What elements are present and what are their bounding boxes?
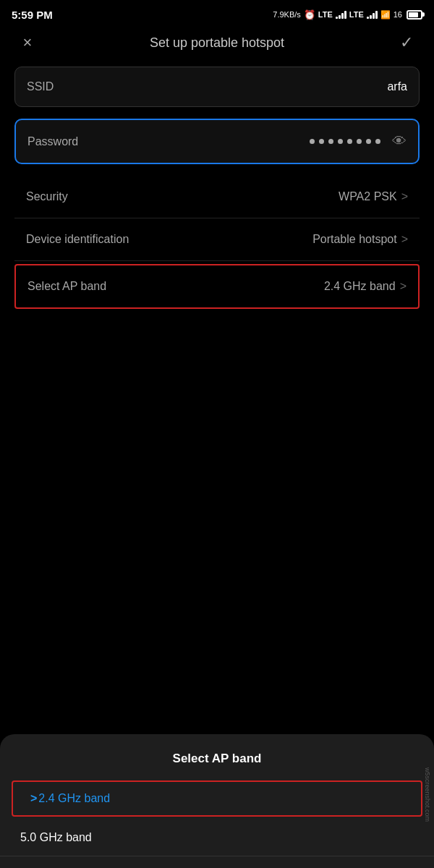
dot-6: [357, 139, 362, 144]
ssid-row[interactable]: SSID arfa: [14, 67, 420, 107]
device-id-label: Device identification: [26, 233, 129, 246]
confirm-button[interactable]: ✓: [393, 33, 420, 52]
battery-label: 16: [393, 10, 402, 19]
ap-band-chevron: >: [400, 280, 407, 293]
lte-icon-1: LTE: [318, 10, 333, 19]
bottom-sheet-title: Select AP band: [0, 752, 434, 766]
lte-icon-2: LTE: [349, 10, 364, 19]
toggle-password-icon[interactable]: 👁: [392, 133, 407, 150]
ap-band-label: Select AP band: [27, 280, 106, 293]
password-dots: 👁: [310, 133, 407, 150]
clock-icon: ⏰: [304, 9, 315, 20]
header: × Set up portable hotspot ✓: [0, 26, 434, 67]
dot-8: [375, 139, 380, 144]
device-id-chevron: >: [401, 233, 408, 246]
dot-1: [310, 139, 315, 144]
ssid-label: SSID: [27, 80, 54, 93]
band-option-2-4ghz[interactable]: 2.4 GHz band: [12, 780, 422, 817]
status-bar: 5:59 PM 7.9KB/s ⏰ LTE LTE 📶 16: [0, 0, 434, 26]
dot-4: [338, 139, 343, 144]
page-title: Set up portable hotspot: [150, 35, 284, 51]
band-label-2-4: 2.4 GHz band: [38, 792, 110, 805]
password-label: Password: [27, 135, 78, 148]
band-option-5ghz[interactable]: 5.0 GHz band: [0, 820, 434, 856]
security-label: Security: [26, 190, 68, 203]
signal-bars-1: [336, 10, 346, 19]
status-time: 5:59 PM: [12, 9, 53, 21]
security-row[interactable]: Security WPA2 PSK >: [14, 176, 420, 218]
ap-band-value: 2.4 GHz band >: [324, 280, 407, 293]
dot-5: [347, 139, 352, 144]
security-chevron: >: [401, 190, 408, 203]
ssid-value: arfa: [387, 80, 407, 93]
dot-2: [319, 139, 324, 144]
dot-3: [328, 139, 333, 144]
device-id-value: Portable hotspot >: [312, 233, 408, 246]
wifi-icon: 📶: [380, 10, 391, 20]
device-id-row[interactable]: Device identification Portable hotspot >: [14, 218, 420, 261]
bottom-sheet: Select AP band 2.4 GHz band 5.0 GHz band: [0, 734, 434, 868]
band-label-5: 5.0 GHz band: [20, 831, 92, 843]
ap-band-row[interactable]: Select AP band 2.4 GHz band >: [14, 264, 420, 309]
close-button[interactable]: ×: [14, 33, 41, 52]
password-row[interactable]: Password 👁: [14, 119, 420, 164]
status-icons: 7.9KB/s ⏰ LTE LTE 📶 16: [273, 9, 422, 20]
form-content: SSID arfa Password 👁 Security WPA2 PSK >…: [0, 67, 434, 309]
battery-icon: [407, 10, 422, 20]
watermark: w5screenshot.com: [421, 765, 434, 825]
speed-indicator: 7.9KB/s: [273, 10, 301, 19]
dot-7: [366, 139, 371, 144]
security-value: WPA2 PSK >: [339, 190, 408, 203]
signal-bars-2: [367, 10, 378, 19]
